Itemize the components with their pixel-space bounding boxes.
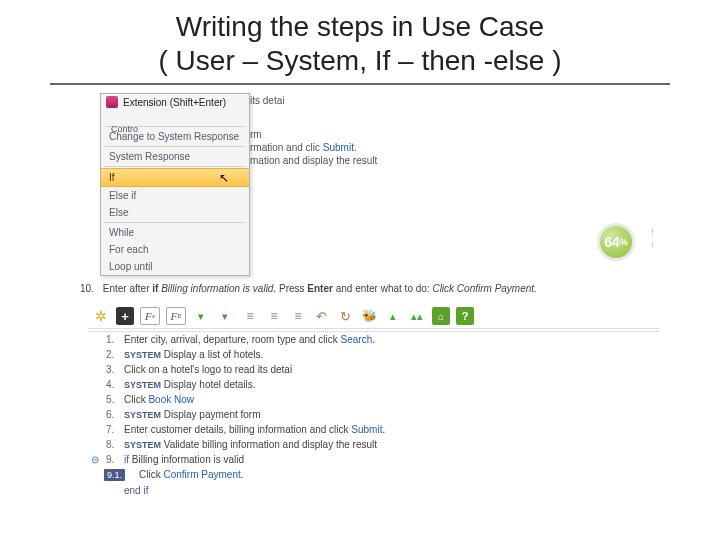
toolbar-down-icon[interactable]: ▾ (192, 307, 210, 325)
toolbar-lines2-icon[interactable]: ≡ (264, 307, 282, 325)
toolbar-add-icon[interactable]: + (116, 307, 134, 325)
menu-item-while[interactable]: While (101, 224, 249, 241)
step-row[interactable]: end if (88, 483, 660, 498)
bg-text: mation and display the result (250, 155, 377, 166)
menu-separator (105, 222, 245, 223)
percent-badge: 64% (597, 223, 635, 261)
toolbar-help-icon[interactable]: ? (456, 307, 474, 325)
menu-item-extension[interactable]: Extension (Shift+Enter) (101, 94, 249, 111)
collapse-icon[interactable]: ⊖ (88, 454, 102, 465)
step-row[interactable]: 7. Enter customer details, billing infor… (88, 422, 660, 437)
bg-text: rmation and clic Submit. (250, 142, 357, 153)
menu-item-loopuntil[interactable]: Loop until (101, 258, 249, 275)
step-row[interactable]: 8. SYSTEM Validate billing information a… (88, 437, 660, 452)
toolbar-home-icon[interactable]: ⌂ (432, 307, 450, 325)
menu-separator (105, 166, 245, 167)
contro-label: Contro (111, 124, 138, 134)
extension-icon (106, 96, 118, 108)
slide-title: Writing the steps in Use Case ( User – S… (0, 0, 720, 83)
title-underline (50, 83, 670, 85)
toolbar-up2-icon[interactable]: ▴▴ (408, 307, 426, 325)
menu-item-foreach[interactable]: For each (101, 241, 249, 258)
menu-item-system-response[interactable]: System Response (101, 148, 249, 165)
bg-text: rm (250, 129, 262, 140)
toolbar-font-fe-icon[interactable]: FE (166, 307, 186, 325)
toolbar-font-f-icon[interactable]: Fx (140, 307, 160, 325)
toolbar-redo-icon[interactable]: ↻ (336, 307, 354, 325)
step-row[interactable]: 9.1. Click Confirm Payment. (88, 467, 660, 483)
step-row[interactable]: 3. Click on a hotel's logo to read its d… (88, 362, 660, 377)
top-panel: its detai rm rmation and clic Submit. ma… (90, 93, 660, 253)
toolbar-lines3-icon[interactable]: ≡ (288, 307, 306, 325)
toolbar-undo-icon[interactable]: ↶ (312, 307, 330, 325)
toolbar-bee-icon[interactable]: 🐝 (360, 307, 378, 325)
menu-item-if[interactable]: If ↖ (101, 168, 249, 187)
bg-text: its detai (250, 95, 284, 106)
menu-separator (105, 146, 245, 147)
badge-arrows-icon: ↑↓ (650, 226, 655, 250)
toolbar: ✲ + Fx FE ▾ ▾ ≡ ≡ ≡ ↶ ↻ 🐝 ▴ ▴▴ ⌂ ? (88, 304, 660, 329)
toolbar-down2-icon[interactable]: ▾ (216, 307, 234, 325)
step-row[interactable]: 6. SYSTEM Display payment form (88, 407, 660, 422)
instruction-line: 10. Enter after if Billing information i… (80, 283, 660, 294)
cursor-icon: ↖ (219, 171, 229, 185)
step-row[interactable]: ⊖ 9. if Billing information is valid (88, 452, 660, 467)
toolbar-up-icon[interactable]: ▴ (384, 307, 402, 325)
context-menu: Extension (Shift+Enter) Contro Change to… (100, 93, 250, 276)
menu-item-else[interactable]: Else (101, 204, 249, 221)
toolbar-lines1-icon[interactable]: ≡ (240, 307, 258, 325)
menu-item-elseif[interactable]: Else if (101, 187, 249, 204)
step-row[interactable]: 2. SYSTEM Display a list of hotels. (88, 347, 660, 362)
steps-table: 1. Enter city, arrival, departure, room … (88, 331, 660, 498)
step-row[interactable]: 4. SYSTEM Display hotel details. (88, 377, 660, 392)
toolbar-new-icon[interactable]: ✲ (92, 307, 110, 325)
step-row[interactable]: 1. Enter city, arrival, departure, room … (88, 332, 660, 347)
step-row[interactable]: 5. Click Book Now (88, 392, 660, 407)
